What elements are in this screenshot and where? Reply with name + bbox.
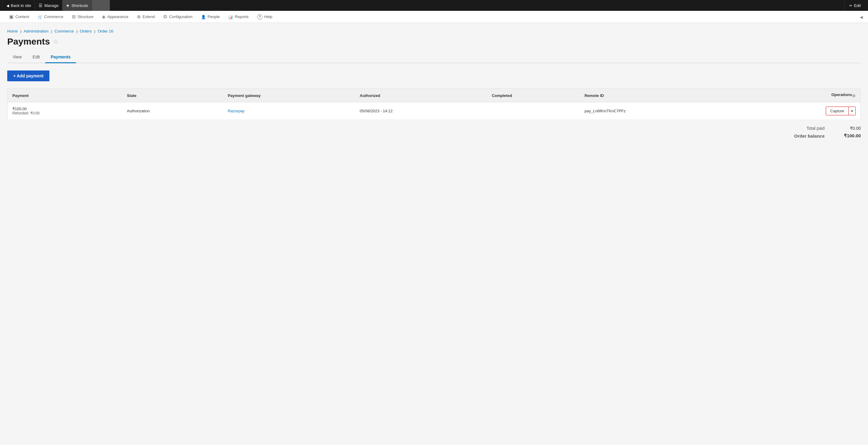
breadcrumb-sep-1 — [20, 29, 22, 33]
nav-item-reports[interactable]: Reports — [224, 11, 253, 23]
page-content: Home Administration Commerce Orders Orde… — [0, 23, 868, 445]
commerce-icon — [38, 14, 42, 20]
content-icon — [9, 14, 13, 20]
total-paid-row: Total paid ₹0.00 — [7, 125, 861, 132]
nav-item-extend[interactable]: Extend — [133, 11, 159, 23]
col-gateway: Payment gateway — [223, 89, 355, 102]
extend-icon — [137, 14, 141, 20]
theme-block — [92, 0, 110, 11]
payment-amount: ₹100.00 — [12, 107, 117, 111]
table-settings-icon[interactable] — [852, 93, 856, 98]
tab-view[interactable]: View — [7, 52, 27, 63]
people-icon — [201, 14, 206, 20]
table-header-row: Payment State Payment gateway Authorized… — [7, 89, 861, 102]
cell-completed — [487, 102, 580, 120]
col-remote-id: Remote ID — [580, 89, 737, 102]
breadcrumb-commerce[interactable]: Commerce — [55, 29, 74, 33]
table-row: ₹100.00 Refunded: ₹0.00 Authorization Ra… — [7, 102, 861, 120]
cell-authorized: 05/08/2023 - 14:12 — [355, 102, 487, 120]
secondary-nav: Content Commerce Structure Appearance Ex… — [0, 11, 868, 23]
totals-section: Total paid ₹0.00 Order balance ₹100.00 — [7, 125, 861, 140]
breadcrumb-sep-4 — [93, 29, 96, 33]
structure-icon — [72, 14, 76, 20]
nav-commerce-label: Commerce — [44, 14, 64, 19]
total-paid-value: ₹0.00 — [837, 126, 861, 131]
tabs: View Edit Payments — [7, 52, 861, 63]
nav-appearance-label: Appearance — [107, 14, 128, 19]
nav-item-people[interactable]: People — [197, 11, 224, 23]
nav-structure-label: Structure — [78, 14, 93, 19]
col-payment: Payment — [7, 89, 122, 102]
cell-state: Authorization — [122, 102, 223, 120]
edit-label: Edit — [854, 3, 861, 8]
cell-operations: Capture — [738, 102, 861, 120]
page-title-row: Payments — [7, 36, 861, 47]
nav-item-content[interactable]: Content — [5, 11, 33, 23]
order-balance-row: Order balance ₹100.00 — [7, 132, 861, 140]
authorized-date: 05/08/2023 - 14:12 — [360, 109, 393, 113]
edit-button[interactable]: Edit — [844, 0, 866, 11]
capture-button[interactable]: Capture — [826, 107, 848, 115]
nav-item-help[interactable]: Help — [253, 11, 277, 23]
nav-item-appearance[interactable]: Appearance — [98, 11, 133, 23]
manage-icon — [38, 3, 42, 8]
tab-edit[interactable]: Edit — [27, 52, 45, 63]
cell-remote-id: pay_Ln6fKmTKnC7PFz — [580, 102, 737, 120]
col-state: State — [122, 89, 223, 102]
remote-id-value: pay_Ln6fKmTKnC7PFz — [584, 109, 626, 113]
col-operations: Operations — [738, 89, 861, 102]
reports-icon — [228, 14, 233, 20]
breadcrumb: Home Administration Commerce Orders Orde… — [7, 29, 861, 33]
capture-dropdown-button[interactable] — [848, 107, 855, 115]
payment-state: Authorization — [127, 109, 150, 113]
back-to-site-link[interactable]: Back to site — [2, 0, 35, 11]
nav-configuration-label: Configuration — [169, 14, 192, 19]
back-to-site-label: Back to site — [11, 3, 31, 8]
breadcrumb-order16[interactable]: Order 16 — [98, 29, 113, 33]
shortcuts-link[interactable]: Shortcuts — [62, 0, 92, 11]
star-icon — [66, 3, 70, 8]
payment-refunded: Refunded: ₹0.00 — [12, 111, 117, 115]
config-icon — [163, 14, 167, 20]
admin-bar: Back to site Manage Shortcuts Edit — [0, 0, 868, 11]
capture-btn-group: Capture — [826, 107, 856, 115]
payments-table: Payment State Payment gateway Authorized… — [7, 89, 861, 120]
help-icon — [257, 14, 262, 20]
col-completed: Completed — [487, 89, 580, 102]
nav-item-structure[interactable]: Structure — [67, 11, 98, 23]
breadcrumb-home[interactable]: Home — [7, 29, 18, 33]
breadcrumb-orders[interactable]: Orders — [80, 29, 92, 33]
dropdown-caret-icon — [851, 109, 853, 113]
total-paid-label: Total paid — [807, 126, 825, 131]
admin-bar-right: Edit — [844, 0, 866, 11]
order-balance-label: Order balance — [794, 133, 825, 138]
page-title: Payments — [7, 36, 50, 47]
gateway-link[interactable]: Razorpay — [228, 109, 245, 113]
col-authorized: Authorized — [355, 89, 487, 102]
back-icon — [6, 3, 9, 8]
nav-collapse-area — [860, 13, 863, 20]
appearance-icon — [102, 14, 105, 20]
breadcrumb-sep-3 — [76, 29, 78, 33]
edit-pencil-icon — [849, 3, 852, 8]
breadcrumb-sep-2 — [50, 29, 53, 33]
cell-payment: ₹100.00 Refunded: ₹0.00 — [7, 102, 122, 120]
nav-extend-label: Extend — [143, 14, 155, 19]
nav-collapse-button[interactable] — [860, 13, 863, 20]
nav-item-configuration[interactable]: Configuration — [159, 11, 196, 23]
nav-help-label: Help — [264, 14, 273, 19]
add-payment-button[interactable]: + Add payment — [7, 70, 50, 81]
tab-payments[interactable]: Payments — [45, 52, 76, 63]
nav-reports-label: Reports — [235, 14, 249, 19]
favorite-star-icon[interactable] — [53, 38, 59, 45]
manage-link[interactable]: Manage — [35, 0, 62, 11]
nav-item-commerce[interactable]: Commerce — [33, 11, 68, 23]
order-balance-value: ₹100.00 — [837, 133, 861, 138]
manage-label: Manage — [44, 3, 59, 8]
nav-content-label: Content — [16, 14, 29, 19]
breadcrumb-administration[interactable]: Administration — [24, 29, 49, 33]
cell-gateway: Razorpay — [223, 102, 355, 120]
nav-people-label: People — [208, 14, 220, 19]
shortcuts-label: Shortcuts — [71, 3, 88, 8]
